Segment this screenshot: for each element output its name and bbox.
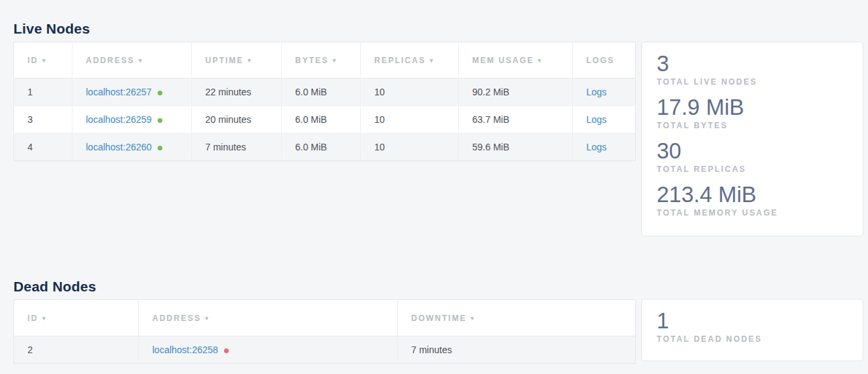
dead-col-header-downtime[interactable]: DOWNTIME▾ (398, 300, 636, 336)
live-node-row: 1 localhost:26257 22 minutes 6.0 MiB 10 … (14, 79, 636, 106)
node-mem-usage-cell: 90.2 MiB (459, 79, 573, 106)
node-mem-usage-cell: 63.7 MiB (459, 106, 573, 134)
dead-nodes-table: ID▾ ADDRESS▾ DOWNTIME▾ 2 localhost:26258… (13, 299, 636, 364)
sort-arrow-icon: ▾ (333, 57, 337, 64)
stat-value: 17.9 MiB (657, 95, 848, 120)
column-label: BYTES (295, 56, 329, 65)
live-col-header-id[interactable]: ID▾ (14, 42, 72, 79)
stat-value: 3 (657, 51, 848, 77)
node-uptime-cell: 22 minutes (192, 79, 282, 106)
node-id-cell: 4 (14, 134, 72, 161)
dead-table-header-row: ID▾ ADDRESS▾ DOWNTIME▾ (14, 300, 636, 336)
stat-label: TOTAL DEAD NODES (657, 334, 848, 344)
dead-nodes-title: Dead Nodes (13, 279, 96, 295)
stat-value: 1 (657, 308, 848, 334)
sort-arrow-icon: ▾ (139, 57, 144, 64)
node-bytes-cell: 6.0 MiB (282, 79, 361, 106)
total-replicas-stat: 30 TOTAL REPLICAS (657, 138, 848, 174)
node-replicas-cell: 10 (361, 134, 459, 161)
live-nodes-summary-card: 3 TOTAL LIVE NODES 17.9 MiB TOTAL BYTES … (641, 42, 863, 236)
sort-arrow-icon: ▾ (471, 315, 476, 322)
sort-arrow-icon: ▾ (42, 315, 47, 322)
node-live-status-dot-icon (158, 91, 162, 95)
column-label: ADDRESS (152, 314, 201, 323)
column-label: MEM USAGE (472, 56, 534, 65)
dead-col-header-id[interactable]: ID▾ (14, 300, 139, 336)
node-logs-link[interactable]: Logs (586, 114, 606, 125)
node-address-cell: localhost:26258 (139, 336, 398, 364)
dead-col-header-address[interactable]: ADDRESS▾ (139, 300, 398, 336)
column-label: DOWNTIME (411, 314, 467, 323)
live-node-row: 4 localhost:26260 7 minutes 6.0 MiB 10 5… (14, 134, 636, 161)
node-address-link[interactable]: localhost:26259 (86, 114, 152, 125)
live-col-header-replicas[interactable]: REPLICAS▾ (361, 42, 459, 79)
node-bytes-cell: 6.0 MiB (282, 106, 361, 134)
total-bytes-stat: 17.9 MiB TOTAL BYTES (657, 95, 848, 130)
sort-arrow-icon: ▾ (205, 315, 210, 322)
node-logs-cell: Logs (573, 79, 636, 106)
live-col-header-bytes[interactable]: BYTES▾ (282, 42, 361, 79)
stat-label: TOTAL REPLICAS (657, 165, 848, 174)
node-mem-usage-cell: 59.6 MiB (459, 134, 573, 161)
node-uptime-cell: 7 minutes (192, 134, 282, 161)
column-label: REPLICAS (374, 56, 426, 65)
column-label: LOGS (586, 56, 614, 65)
stat-label: TOTAL BYTES (657, 121, 848, 130)
node-address-cell: localhost:26259 (72, 106, 192, 134)
node-replicas-cell: 10 (361, 106, 459, 134)
stat-value: 213.4 MiB (657, 182, 848, 207)
column-label: UPTIME (205, 56, 243, 65)
total-memory-usage-stat: 213.4 MiB TOTAL MEMORY USAGE (657, 182, 848, 218)
node-address-cell: localhost:26260 (72, 134, 192, 161)
column-label: ID (28, 314, 38, 323)
node-bytes-cell: 6.0 MiB (282, 134, 361, 161)
column-label: ADDRESS (86, 56, 135, 65)
dead-node-row: 2 localhost:26258 7 minutes (14, 336, 636, 364)
column-label: ID (28, 56, 38, 65)
cluster-nodes-page: { "icons": { "sort_arrow": "▾" }, "color… (0, 0, 868, 374)
node-replicas-cell: 10 (361, 79, 459, 106)
node-address-link[interactable]: localhost:26257 (86, 87, 152, 97)
node-logs-link[interactable]: Logs (586, 87, 606, 97)
sort-arrow-icon: ▾ (538, 57, 543, 64)
live-col-header-logs: LOGS (573, 42, 636, 79)
node-logs-link[interactable]: Logs (586, 142, 606, 152)
node-address-link[interactable]: localhost:26258 (152, 344, 218, 355)
node-downtime-cell: 7 minutes (398, 336, 636, 364)
node-uptime-cell: 20 minutes (192, 106, 282, 134)
sort-arrow-icon: ▾ (42, 57, 47, 64)
live-node-row: 3 localhost:26259 20 minutes 6.0 MiB 10 … (14, 106, 636, 134)
node-live-status-dot-icon (158, 118, 162, 123)
node-logs-cell: Logs (573, 134, 636, 161)
live-col-header-address[interactable]: ADDRESS▾ (72, 42, 192, 79)
live-table-header-row: ID▾ ADDRESS▾ UPTIME▾ BYTES▾ REPLICAS▾ ME… (14, 42, 636, 79)
sort-arrow-icon: ▾ (248, 57, 252, 64)
dead-nodes-summary-card: 1 TOTAL DEAD NODES (641, 299, 863, 361)
node-id-cell: 2 (14, 336, 139, 364)
live-col-header-mem-usage[interactable]: MEM USAGE▾ (459, 42, 573, 79)
node-id-cell: 1 (14, 79, 72, 106)
total-live-nodes-stat: 3 TOTAL LIVE NODES (657, 51, 848, 87)
node-address-cell: localhost:26257 (72, 79, 192, 106)
stat-label: TOTAL MEMORY USAGE (657, 208, 848, 218)
node-live-status-dot-icon (158, 146, 162, 150)
node-address-link[interactable]: localhost:26260 (86, 142, 152, 152)
live-nodes-table: ID▾ ADDRESS▾ UPTIME▾ BYTES▾ REPLICAS▾ ME… (13, 42, 636, 161)
live-nodes-title: Live Nodes (13, 21, 90, 37)
node-logs-cell: Logs (573, 106, 636, 134)
node-id-cell: 3 (14, 106, 72, 134)
total-dead-nodes-stat: 1 TOTAL DEAD NODES (657, 308, 848, 344)
stat-label: TOTAL LIVE NODES (657, 77, 848, 87)
live-col-header-uptime[interactable]: UPTIME▾ (192, 42, 282, 79)
stat-value: 30 (657, 138, 848, 164)
node-dead-status-dot-icon (224, 348, 229, 353)
sort-arrow-icon: ▾ (430, 57, 435, 64)
